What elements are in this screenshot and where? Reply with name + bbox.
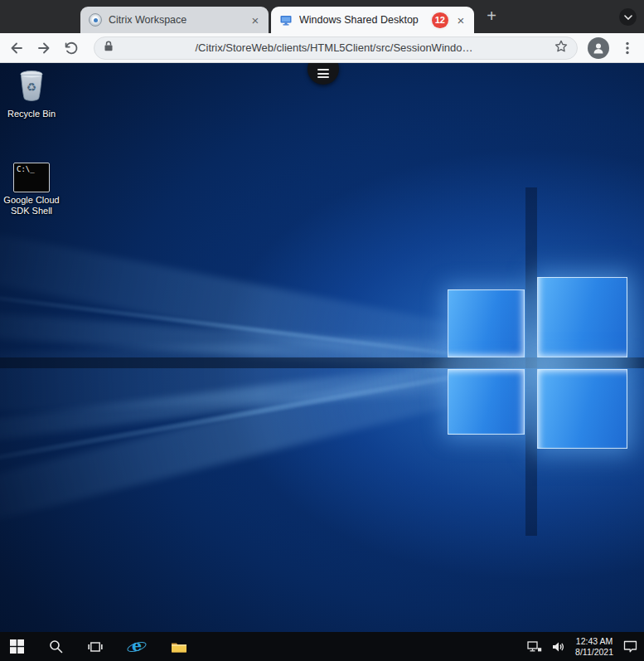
desktop-icon-recycle-bin[interactable]: ♻ Recycle Bin xyxy=(0,68,63,119)
close-icon[interactable]: × xyxy=(248,12,263,27)
volume-icon[interactable] xyxy=(552,641,565,653)
back-button[interactable] xyxy=(8,40,25,56)
lock-icon xyxy=(103,40,114,56)
search-icon[interactable] xyxy=(49,639,63,654)
svg-text:♻: ♻ xyxy=(27,81,36,94)
internet-explorer-icon[interactable]: e xyxy=(128,638,146,656)
remote-desktop: ♻ Recycle Bin C:\_ Google Cloud SDK Shel… xyxy=(0,63,644,632)
url-text[interactable]: /Citrix/StoreWeb/clients/HTML5Client/src… xyxy=(114,41,554,54)
windows-logo-pane xyxy=(448,369,525,435)
network-icon[interactable] xyxy=(527,641,542,653)
browser-toolbar: /Citrix/StoreWeb/clients/HTML5Client/src… xyxy=(0,33,644,63)
windows-taskbar: e 12:43 AM 8/11/2021 xyxy=(0,632,644,661)
close-icon[interactable]: × xyxy=(453,12,468,27)
citrix-session-menu-grip[interactable] xyxy=(307,63,339,85)
windows-logo-pane xyxy=(448,289,525,357)
windows-logo-pane xyxy=(537,277,627,357)
windows-logo-pane xyxy=(537,369,627,449)
action-center-icon[interactable] xyxy=(623,640,637,653)
chevron-down-icon[interactable] xyxy=(619,8,637,26)
desktop-icon-label: Google Cloud SDK Shell xyxy=(0,195,63,216)
tab-label: Citrix Workspace xyxy=(109,14,243,26)
tab-citrix-workspace[interactable]: Citrix Workspace × xyxy=(80,7,269,33)
taskbar-clock[interactable]: 12:43 AM 8/11/2021 xyxy=(575,636,613,658)
browser-menu-icon[interactable] xyxy=(619,40,636,56)
new-tab-button[interactable]: + xyxy=(484,9,499,24)
desktop-icon-gcloud-sdk-shell[interactable]: C:\_ Google Cloud SDK Shell xyxy=(0,163,63,216)
monitor-icon xyxy=(279,13,293,27)
reload-button[interactable] xyxy=(63,40,80,56)
clock-time: 12:43 AM xyxy=(575,636,613,647)
start-button[interactable] xyxy=(10,639,24,654)
tab-strip: Citrix Workspace × Windows Shared Deskto… xyxy=(0,0,644,33)
task-view-icon[interactable] xyxy=(88,640,103,654)
tab-label: Windows Shared Desktop xyxy=(299,14,427,26)
browser-window: Citrix Workspace × Windows Shared Deskto… xyxy=(0,0,644,661)
forward-button[interactable] xyxy=(36,40,52,56)
citrix-icon xyxy=(89,13,102,27)
file-explorer-icon[interactable] xyxy=(171,640,187,654)
clock-date: 8/11/2021 xyxy=(575,647,613,658)
bookmark-star-icon[interactable] xyxy=(554,39,569,57)
desktop-icon-label: Recycle Bin xyxy=(7,109,56,119)
tab-windows-shared-desktop[interactable]: Windows Shared Desktop 12 × xyxy=(271,7,474,33)
terminal-icon: C:\_ xyxy=(13,163,50,192)
address-bar[interactable]: /Citrix/StoreWeb/clients/HTML5Client/src… xyxy=(94,36,578,60)
recycle-bin-icon: ♻ xyxy=(17,68,46,106)
terminal-prompt-text: C:\_ xyxy=(17,165,35,173)
notification-badge: 12 xyxy=(432,12,448,28)
profile-avatar[interactable] xyxy=(588,37,609,59)
